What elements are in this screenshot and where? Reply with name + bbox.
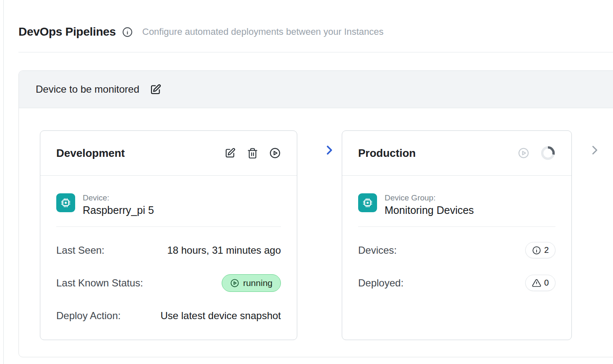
warning-triangle-icon <box>532 278 541 288</box>
status-row: Last Known Status: running <box>56 274 281 292</box>
card-divider <box>358 226 555 227</box>
device-group-name: Monitoring Devices <box>385 204 474 216</box>
deployed-label: Deployed: <box>358 277 403 289</box>
last-seen-row: Last Seen: 18 hours, 31 minutes ago <box>56 241 281 260</box>
production-card: Production <box>342 130 572 340</box>
devices-row: Devices: 2 <box>358 241 555 260</box>
device-info: Device: Raspberry_pi 5 <box>83 193 154 216</box>
scroll-right-chevron-icon[interactable] <box>588 144 601 158</box>
play-circle-icon-disabled[interactable] <box>518 147 529 159</box>
deploy-action-label: Deploy Action: <box>56 310 121 322</box>
page-edge-divider <box>3 0 4 364</box>
cpu-chip-icon <box>358 193 377 212</box>
devices-count: 2 <box>544 245 549 255</box>
device-group-label: Device Group: <box>385 193 474 203</box>
play-circle-icon[interactable] <box>269 147 281 159</box>
device-group-info: Device Group: Monitoring Devices <box>385 193 474 216</box>
flow-chevron-right-icon <box>323 144 335 158</box>
page-header: DevOps Pipelines Configure automated dep… <box>18 23 384 41</box>
development-card-header: Development <box>40 131 297 176</box>
device-group-row: Device Group: Monitoring Devices <box>358 193 555 216</box>
play-circle-icon <box>230 278 239 288</box>
production-card-title: Production <box>358 147 416 160</box>
trash-icon[interactable] <box>247 148 258 159</box>
production-card-actions <box>518 146 555 161</box>
status-badge: running <box>222 274 281 292</box>
deployed-count: 0 <box>544 278 549 288</box>
panel-header: Device to be monitored <box>19 71 613 108</box>
development-card-title: Development <box>56 147 125 160</box>
deployed-row: Deployed: 0 <box>358 274 555 292</box>
device-row: Device: Raspberry_pi 5 <box>56 193 281 216</box>
development-card: Development <box>40 130 297 340</box>
development-card-actions <box>224 147 281 159</box>
devices-count-badge[interactable]: 2 <box>525 242 555 258</box>
deploy-action-value: Use latest device snapshot <box>160 310 281 322</box>
page-subtitle: Configure automated deployments between … <box>142 26 384 37</box>
header-divider <box>18 52 613 52</box>
development-card-body: Device: Raspberry_pi 5 Last Seen: 18 hou… <box>40 193 297 325</box>
deploy-action-row: Deploy Action: Use latest device snapsho… <box>56 307 281 325</box>
last-seen-label: Last Seen: <box>56 244 105 256</box>
devices-label: Devices: <box>358 244 397 256</box>
info-icon[interactable] <box>122 27 133 37</box>
edit-square-icon[interactable] <box>224 147 236 159</box>
page-title: DevOps Pipelines <box>18 25 116 39</box>
pipeline-panel: Device to be monitored Development <box>18 70 613 357</box>
last-seen-value: 18 hours, 31 minutes ago <box>167 244 281 256</box>
status-badge-label: running <box>243 278 272 288</box>
production-card-body: Device Group: Monitoring Devices Devices… <box>342 193 571 292</box>
production-card-header: Production <box>342 131 571 176</box>
edit-square-icon[interactable] <box>149 83 162 96</box>
device-name: Raspberry_pi 5 <box>83 204 154 216</box>
cpu-chip-icon <box>56 193 75 212</box>
info-icon <box>532 246 541 255</box>
device-label: Device: <box>83 193 154 203</box>
panel-body: Development <box>19 108 613 357</box>
status-label: Last Known Status: <box>56 277 143 289</box>
loading-spinner <box>540 146 555 161</box>
deployed-count-badge[interactable]: 0 <box>525 275 555 291</box>
card-divider <box>56 226 281 227</box>
panel-title: Device to be monitored <box>36 83 139 95</box>
